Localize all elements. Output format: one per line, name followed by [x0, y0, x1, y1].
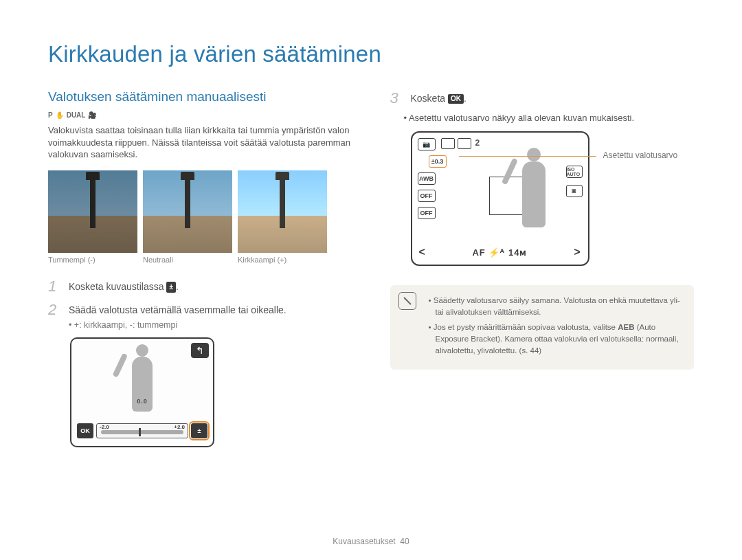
ev-min-label: -2.0 — [100, 424, 109, 430]
right-column: 3 Kosketa OK. Asetettu valotusarvo näkyy… — [390, 89, 695, 447]
back-button-icon: ↰ — [191, 343, 209, 358]
step-3-text-b: . — [464, 93, 466, 104]
left-column: Valotuksen säätäminen manuaalisesti P ✋ … — [48, 89, 352, 447]
tip-box: Säädetty valotusarvo säilyy samana. Valo… — [390, 285, 695, 370]
step-3-number: 3 — [390, 89, 403, 107]
section-title: Valotuksen säätäminen manuaalisesti — [48, 89, 352, 104]
step-1-text-b: . — [176, 281, 179, 292]
shots-remaining: 2 — [475, 138, 480, 149]
label-darker: Tummempi (-) — [48, 256, 137, 264]
camera-screen-ev-adjust: ↰ 0.0 OK -2.0 +2.0 ± — [70, 337, 214, 447]
mode-icon-p: P — [48, 111, 53, 119]
tip-1: Säädetty valotusarvo säilyy samana. Valo… — [429, 295, 684, 317]
thumb-brighter — [238, 170, 327, 253]
right-osd-icons: ISO AUTO ▣ — [566, 166, 583, 197]
step-2-subtext: • +: kirkkaampi, -: tummempi — [69, 320, 286, 332]
wb-indicator: AWB — [418, 172, 436, 185]
left-arrow-icon: < — [419, 246, 426, 258]
example-thumbnails — [48, 170, 352, 253]
step-1-text-a: Kosketa kuvaustilassa — [69, 281, 166, 292]
frame-off-icon: OFF — [418, 207, 436, 219]
footer-section: Kuvausasetukset — [333, 537, 395, 546]
top-osd-icons: 2 — [441, 138, 581, 149]
ok-button-icon: OK — [77, 423, 93, 438]
footer-page-number: 40 — [400, 537, 409, 546]
thumb-neutral — [143, 170, 232, 253]
content-columns: Valotuksen säätäminen manuaalisesti P ✋ … — [48, 89, 694, 447]
tip-2-a: Jos et pysty määrittämään sopivaa valotu… — [434, 323, 618, 331]
mode-icons-row: P ✋ DUAL 🎥 — [48, 111, 352, 119]
page-title: Kirkkauden ja värien säätäminen — [48, 41, 694, 67]
bottom-osd-text: AF ⚡ᴬ 14ᴍ — [472, 247, 527, 258]
ev-toggle-icon: ± — [191, 423, 207, 438]
intro-paragraph: Valokuvista saattaa toisinaan tulla liia… — [48, 124, 352, 161]
step-2: 2 Säädä valotusta vetämällä vasemmalle t… — [48, 301, 352, 332]
callout-leader-line — [459, 156, 596, 157]
thumbnail-labels: Tummempi (-) Neutraali Kirkkaampi (+) — [48, 256, 352, 264]
step-2-text: Säädä valotusta vetämällä vasemmalle tai… — [69, 304, 286, 315]
thumb-darker — [48, 170, 137, 253]
step-2-body: Säädä valotusta vetämällä vasemmalle tai… — [69, 301, 286, 332]
label-brighter: Kirkkaampi (+) — [238, 256, 327, 264]
ok-glyph-icon: OK — [448, 94, 464, 104]
step-1: 1 Kosketa kuvaustilassa ±. — [48, 278, 352, 295]
mode-icon-hand: ✋ — [56, 111, 64, 119]
tip-2: Jos et pysty määrittämään sopivaa valotu… — [429, 322, 684, 356]
callout-label: Asetettu valotusarvo — [603, 150, 699, 160]
ev-current-value: 0.0 — [137, 398, 148, 405]
step-2-number: 2 — [48, 301, 60, 332]
mode-icon-video: 🎥 — [88, 111, 96, 119]
step-3-text-a: Kosketa — [411, 93, 448, 104]
ev-value-text: 0.3 — [435, 158, 444, 165]
page-footer: Kuvausasetukset 40 — [0, 537, 742, 546]
iso-indicator: ISO AUTO — [566, 166, 583, 178]
metering-icon: ▣ — [566, 185, 583, 197]
slider-track-icon — [101, 430, 183, 434]
step-3: 3 Kosketa OK. — [390, 89, 695, 107]
right-arrow-icon: > — [574, 246, 581, 258]
ev-adjust-icon: ± — [166, 282, 176, 293]
ev-value-badge: ± 0.3 — [429, 155, 447, 168]
bottom-osd-row: < AF ⚡ᴬ 14ᴍ > — [419, 245, 581, 259]
step-1-body: Kosketa kuvaustilassa ±. — [69, 278, 179, 295]
battery-icon — [441, 138, 455, 149]
tip-2-aeb: AEB — [618, 323, 634, 331]
step-3-substep: Asetettu valotusarvo näkyy alla olevan k… — [412, 113, 695, 123]
person-silhouette-big-icon — [522, 161, 546, 227]
step-1-number: 1 — [48, 278, 60, 295]
left-osd-icons: 📷 ± 0.3 AWB OFF OFF — [418, 138, 438, 240]
ev-slider: -2.0 +2.0 — [96, 423, 188, 438]
storage-icon — [458, 138, 471, 149]
step-2-sub-span: +: kirkkaampi, -: tummempi — [74, 320, 177, 330]
label-neutral: Neutraali — [143, 256, 232, 264]
note-icon — [398, 292, 416, 310]
step-3-body: Kosketa OK. — [411, 89, 466, 107]
mode-icon-dual: DUAL — [67, 111, 86, 119]
camera-screen-shooting: 📷 ± 0.3 AWB OFF OFF 2 ISO AUTO ▣ — [411, 131, 589, 266]
ev-slider-row: OK -2.0 +2.0 ± — [77, 421, 207, 440]
camera-mode-icon: 📷 — [418, 138, 436, 150]
face-off-icon: OFF — [418, 190, 436, 202]
ev-max-label: +2.0 — [174, 424, 185, 430]
